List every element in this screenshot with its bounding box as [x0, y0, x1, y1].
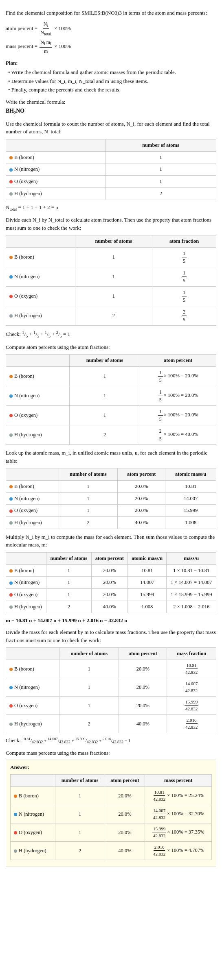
table-row: H (hydrogen) 2 [6, 187, 216, 200]
hydrogen-mass: 1.008 [165, 517, 216, 529]
table-row: H (hydrogen) 2 40.0% 1.008 2 × 1.008 = 2… [6, 601, 216, 613]
nitrogen-count: 1 [55, 805, 105, 823]
atom-count-table: number of atoms B (boron) 1 N (nitrogen)… [6, 139, 216, 200]
col-num: number of atoms [69, 355, 140, 367]
atom-fraction-section: Divide each N_i by N_total to calculate … [6, 216, 216, 339]
nitrogen-mass: 14.007 [165, 492, 216, 505]
table-row: B (boron) 1 20.0% 10.8142.832× 100% = 25… [11, 786, 212, 805]
boron-masspct: 10.8142.832× 100% = 25.24% [145, 786, 212, 805]
nitrogen-dot [9, 168, 13, 172]
oxygen-count: 1 [69, 406, 140, 425]
boron-count: 1 [106, 151, 216, 163]
mol-mass-text: Multiply N_i by m_i to compute the mass … [6, 533, 216, 549]
col-apct: atom percent [105, 775, 145, 787]
answer-label: Answer: [10, 763, 212, 771]
table-row: N (nitrogen) 1 20.0% 14.007 [6, 492, 216, 505]
oxygen-count: 1 [75, 287, 152, 306]
nitrogen-dot [9, 394, 13, 398]
boron-dot [9, 485, 13, 488]
col-mass: atomic mass/u [165, 468, 216, 481]
final-table: number of atoms atom percent mass percen… [10, 774, 212, 860]
hydrogen-count: 2 [69, 425, 140, 445]
nitrogen-count: 1 [59, 492, 118, 505]
oxygen-apct: 20.0% [118, 505, 165, 517]
count-text: Use the chemical formula to count the nu… [6, 120, 216, 136]
mass-fraction-table: number of atoms atom percent mass fracti… [6, 647, 216, 733]
oxygen-count: 1 [46, 589, 91, 601]
element-boron: B (boron) [6, 151, 106, 163]
oxygen-count: 1 [106, 176, 216, 188]
oxygen-dot [9, 593, 13, 597]
table-row: O (oxygen) 1 20.0% 15.999 [6, 505, 216, 517]
table-row: N (nitrogen) 1 20.0% 14.00742.832× 100% … [11, 805, 212, 823]
oxygen-dot [9, 510, 13, 513]
nitrogen-count: 1 [59, 678, 119, 696]
nitrogen-apct: 20.0% [118, 492, 165, 505]
ntotal-line: Ntotal = 1 + 1 + 1 + 2 = 5 [6, 203, 216, 212]
boron-apct: 20.0% [118, 480, 165, 492]
boron-dot [14, 795, 17, 798]
boron-amass: 10.81 [128, 564, 167, 577]
boron-count: 1 [75, 248, 152, 267]
col-apct: atom percent [118, 468, 165, 481]
fraction-text: Divide each N_i by N_total to calculate … [6, 216, 216, 232]
boron-dot [9, 668, 13, 671]
col-apct: atom percent [91, 552, 127, 564]
element-oxygen: O (oxygen) [6, 176, 106, 188]
element-oxygen: O (oxygen) [6, 589, 46, 601]
table-row: O (oxygen) 1 20.0% 15.999 1 × 15.999 = 1… [6, 589, 216, 601]
hydrogen-masspct: 2.01642.832× 100% = 4.707% [145, 841, 212, 860]
oxygen-atom-pct: 15× 100% = 20.0% [140, 406, 216, 425]
boron-masscalc: 1 × 10.81 = 10.81 [167, 564, 216, 577]
element-boron: B (boron) [6, 248, 75, 267]
hydrogen-dot [9, 433, 13, 437]
plan-item-1: Write the chemical formula and gather at… [8, 68, 216, 76]
col-mpct: mass percent [145, 775, 212, 787]
boron-dot [9, 256, 13, 259]
nitrogen-atom-pct: 15× 100% = 20.0% [140, 386, 216, 406]
hydrogen-dot [14, 849, 17, 853]
oxygen-mass: 15.999 [165, 505, 216, 517]
element-hydrogen: H (hydrogen) [6, 517, 59, 529]
nitrogen-fraction: 15 [152, 267, 216, 287]
hydrogen-dot [9, 723, 13, 726]
table-row: N (nitrogen) 1 [6, 163, 216, 176]
mass-frac-text: Divide the mass for each element by m to… [6, 628, 216, 644]
boron-dot [9, 156, 13, 159]
element-oxygen: O (oxygen) [11, 823, 55, 841]
boron-massfrac: 10.8142.832 [167, 660, 216, 678]
element-hydrogen: H (hydrogen) [6, 187, 106, 200]
col-element-header [6, 139, 106, 151]
hydrogen-dot [9, 605, 13, 609]
element-nitrogen: N (nitrogen) [6, 267, 75, 287]
col-num: number of atoms [75, 235, 152, 248]
table-row: O (oxygen) 1 20.0% 15.99942.832× 100% = … [11, 823, 212, 841]
element-nitrogen: N (nitrogen) [6, 492, 59, 505]
mass-frac-check: Check: 10.81/42.832 + 14.007/42.832 + 15… [6, 736, 216, 745]
nitrogen-dot [9, 497, 13, 501]
oxygen-apct: 20.0% [119, 696, 167, 714]
hydrogen-count: 2 [46, 601, 91, 613]
boron-dot [9, 569, 13, 573]
plan-section: Plan: Write the chemical formula and gat… [6, 59, 216, 94]
boron-count: 1 [59, 480, 118, 492]
table-row: O (oxygen) 1 15 [6, 287, 216, 306]
table-row: H (hydrogen) 2 25 [6, 306, 216, 326]
hydrogen-apct: 40.0% [119, 714, 167, 733]
m-total-line: m = 10.81 u + 14.007 u + 15.999 u + 2.01… [6, 616, 216, 625]
col-num: number of atoms [59, 648, 119, 660]
atomic-mass-section: Look up the atomic mass, m_i, in unified… [6, 449, 216, 529]
nitrogen-masscalc: 1 × 14.007 = 14.007 [167, 577, 216, 589]
element-hydrogen: H (hydrogen) [6, 714, 59, 733]
col-amass: atomic mass/u [128, 552, 167, 564]
boron-atom-pct: 15× 100% = 20.0% [140, 367, 216, 386]
nitrogen-amass: 14.007 [128, 577, 167, 589]
oxygen-count: 1 [55, 823, 105, 841]
oxygen-amass: 15.999 [128, 589, 167, 601]
col-el [6, 468, 59, 481]
element-nitrogen: N (nitrogen) [6, 577, 46, 589]
hydrogen-count: 2 [59, 714, 119, 733]
element-boron: B (boron) [6, 660, 59, 678]
atomic-mass-table: number of atoms atom percent atomic mass… [6, 468, 216, 529]
element-oxygen: O (oxygen) [6, 696, 59, 714]
